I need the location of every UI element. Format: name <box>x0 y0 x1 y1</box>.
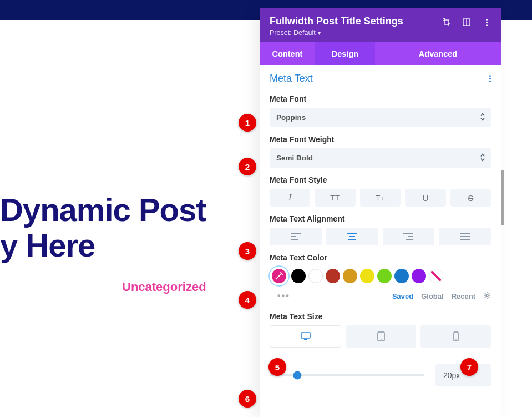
swatch-purple[interactable] <box>412 269 426 283</box>
palette-global-tab[interactable]: Global <box>421 292 443 300</box>
swatch-green[interactable] <box>377 269 392 283</box>
meta-font-weight-select[interactable]: Semi Bold <box>270 148 491 168</box>
panel-scrollbar[interactable] <box>501 170 504 225</box>
meta-font-label: Meta Font <box>270 94 491 103</box>
annotation-7: 7 <box>460 358 478 376</box>
device-phone-button[interactable] <box>420 325 491 348</box>
align-right-button[interactable] <box>383 228 435 245</box>
swatch-gold[interactable] <box>343 269 357 283</box>
panel-title: Fullwidth Post Title Settings <box>270 16 442 27</box>
device-desktop-button[interactable] <box>270 325 341 348</box>
annotation-6: 6 <box>239 390 256 408</box>
palette-saved-tab[interactable]: Saved <box>392 292 413 300</box>
swatch-blue[interactable] <box>394 269 409 283</box>
expand-icon[interactable] <box>442 18 451 27</box>
svg-rect-11 <box>403 233 413 234</box>
tab-content[interactable]: Content <box>260 42 315 65</box>
swatch-red[interactable] <box>326 269 340 283</box>
underline-button[interactable]: U <box>405 189 445 207</box>
swatch-yellow[interactable] <box>360 269 374 283</box>
svg-rect-13 <box>406 239 413 240</box>
panel-header: Fullwidth Post Title Settings Preset: De… <box>260 8 501 42</box>
align-center-button[interactable] <box>326 228 378 245</box>
settings-panel: Fullwidth Post Title Settings Preset: De… <box>260 8 501 417</box>
section-title[interactable]: Meta Text <box>270 73 313 84</box>
svg-point-17 <box>276 278 277 280</box>
tab-design[interactable]: Design <box>315 42 375 65</box>
svg-rect-14 <box>460 233 470 234</box>
section-kebab-icon[interactable] <box>489 75 491 82</box>
align-left-button[interactable] <box>270 228 322 245</box>
preset-selector[interactable]: Preset: Default ▾ <box>270 29 442 37</box>
svg-point-18 <box>486 294 488 297</box>
svg-rect-9 <box>349 236 355 237</box>
title-line2: y Here <box>0 227 95 263</box>
select-chevron-icon <box>480 112 485 123</box>
svg-rect-12 <box>408 236 413 237</box>
palette-recent-tab[interactable]: Recent <box>452 292 475 300</box>
meta-text-alignment-label: Meta Text Alignment <box>270 214 491 223</box>
meta-font-style-label: Meta Font Style <box>270 175 491 184</box>
annotation-1: 1 <box>239 114 256 132</box>
svg-point-22 <box>381 339 382 340</box>
svg-rect-19 <box>301 333 310 338</box>
svg-rect-10 <box>348 239 356 240</box>
more-colors-button[interactable]: ••• <box>270 291 290 301</box>
swatch-black[interactable] <box>291 269 306 283</box>
meta-font-weight-label: Meta Font Weight <box>270 135 491 144</box>
tab-advanced[interactable]: Advanced <box>375 42 501 65</box>
meta-font-select[interactable]: Poppins <box>270 108 491 127</box>
svg-rect-15 <box>460 236 470 237</box>
swatch-white[interactable] <box>308 269 323 283</box>
post-title-preview: Dynamic Post y Here <box>0 192 255 263</box>
svg-rect-5 <box>291 233 301 234</box>
svg-point-24 <box>455 339 457 340</box>
annotation-3: 3 <box>239 242 256 260</box>
kebab-menu-icon[interactable] <box>482 18 491 27</box>
select-chevron-icon <box>480 153 485 163</box>
italic-button[interactable]: I <box>270 189 310 207</box>
capitalize-button[interactable]: Tᴛ <box>360 189 401 207</box>
svg-rect-20 <box>304 339 307 340</box>
annotation-2: 2 <box>239 158 256 175</box>
strikethrough-button[interactable]: S <box>450 189 491 207</box>
size-slider[interactable] <box>270 374 424 376</box>
panel-tabs: Content Design Advanced <box>260 42 501 65</box>
svg-rect-2 <box>448 24 450 26</box>
annotation-5: 5 <box>268 358 286 376</box>
post-meta-preview: Uncategorized <box>0 280 255 294</box>
color-picker-button[interactable] <box>270 267 288 285</box>
slider-thumb[interactable] <box>293 371 302 380</box>
caret-down-icon: ▾ <box>317 30 321 36</box>
svg-rect-16 <box>460 239 470 240</box>
swatch-transparent[interactable] <box>429 269 443 283</box>
gear-icon[interactable] <box>483 292 491 301</box>
preview-canvas: Dynamic Post y Here Uncategorized <box>0 20 255 417</box>
title-line1: Dynamic Post <box>0 192 206 228</box>
meta-text-color-label: Meta Text Color <box>270 253 491 262</box>
columns-icon[interactable] <box>462 18 471 27</box>
uppercase-button[interactable]: TT <box>315 189 355 207</box>
device-tablet-button[interactable] <box>346 325 416 348</box>
svg-rect-1 <box>443 18 445 21</box>
align-justify-button[interactable] <box>439 228 491 245</box>
annotation-4: 4 <box>239 291 256 309</box>
meta-text-size-label: Meta Text Size <box>270 312 491 321</box>
svg-rect-8 <box>347 233 357 234</box>
svg-rect-6 <box>291 236 296 237</box>
svg-rect-7 <box>291 239 298 240</box>
